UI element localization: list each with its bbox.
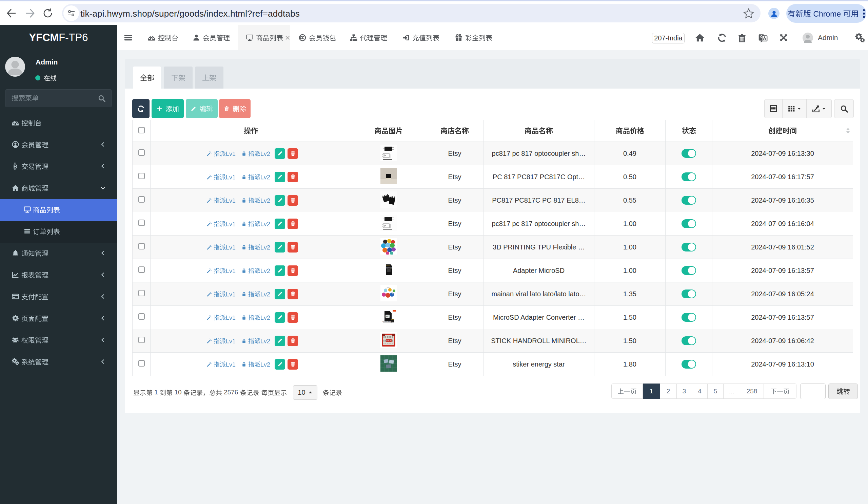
svg-text:MicroSD Adapter: MicroSD Adapter — [382, 321, 393, 322]
svg-text:STICK: STICK — [386, 340, 391, 341]
svg-text:microSD: microSD — [385, 267, 392, 269]
svg-text:MiO: MiO — [386, 315, 390, 317]
